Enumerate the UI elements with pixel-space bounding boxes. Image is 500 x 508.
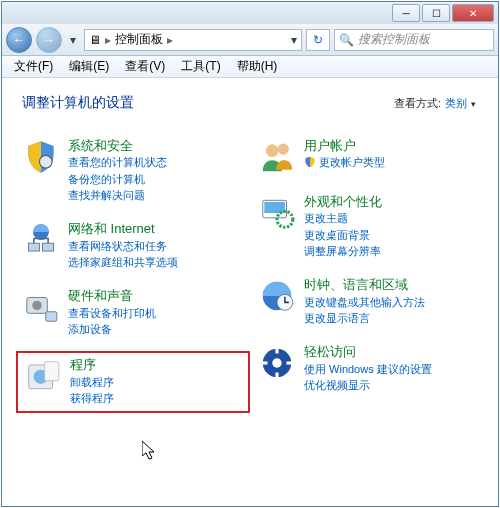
category-text: 用户帐户 更改帐户类型 — [304, 138, 385, 176]
category-title[interactable]: 轻松访问 — [304, 344, 432, 360]
category-sublink[interactable]: 更改显示语言 — [304, 311, 425, 326]
category-icon — [22, 221, 60, 259]
left-column: 系统和安全查看您的计算机状态备份您的计算机查找并解决问题网络和 Internet… — [22, 138, 244, 409]
category-title[interactable]: 时钟、语言和区域 — [304, 277, 425, 293]
right-column: 用户帐户 更改帐户类型外观和个性化更改主题更改桌面背景调整屏幕分辨率时钟、语言和… — [258, 138, 480, 409]
category-sublink[interactable]: 查看设备和打印机 — [68, 306, 156, 321]
menu-item[interactable]: 文件(F) — [8, 56, 59, 77]
search-icon: 🔍 — [339, 33, 354, 47]
category-title[interactable]: 外观和个性化 — [304, 194, 382, 210]
category-title[interactable]: 用户帐户 — [304, 138, 385, 154]
category-title[interactable]: 硬件和声音 — [68, 288, 156, 304]
breadcrumb-after[interactable]: ▸ — [167, 33, 173, 47]
view-dropdown-icon[interactable]: ▾ — [471, 99, 476, 109]
category-icon — [258, 194, 296, 232]
category-text: 网络和 Internet查看网络状态和任务选择家庭组和共享选项 — [68, 221, 178, 270]
menu-bar: 文件(F)编辑(E)查看(V)工具(T)帮助(H) — [2, 56, 498, 78]
forward-button[interactable]: → — [36, 27, 62, 53]
search-input[interactable]: 🔍 搜索控制面板 — [334, 29, 494, 51]
category-item: 程序卸载程序获得程序 — [16, 351, 250, 412]
category-sublink[interactable]: 更改桌面背景 — [304, 228, 382, 243]
address-root-icon: 🖥 — [89, 33, 101, 47]
category-text: 外观和个性化更改主题更改桌面背景调整屏幕分辨率 — [304, 194, 382, 259]
category-item: 外观和个性化更改主题更改桌面背景调整屏幕分辨率 — [258, 194, 480, 259]
address-bar[interactable]: 🖥 ▸ 控制面板 ▸ ▾ — [84, 29, 302, 51]
category-title[interactable]: 程序 — [70, 357, 114, 373]
category-sublink[interactable]: 更改键盘或其他输入方法 — [304, 295, 425, 310]
mouse-cursor-icon — [142, 441, 160, 463]
category-text: 系统和安全查看您的计算机状态备份您的计算机查找并解决问题 — [68, 138, 167, 203]
category-sublink[interactable]: 选择家庭组和共享选项 — [68, 255, 178, 270]
category-sublink[interactable]: 查看您的计算机状态 — [68, 155, 167, 170]
category-item: 硬件和声音查看设备和打印机添加设备 — [22, 288, 244, 337]
category-title[interactable]: 网络和 Internet — [68, 221, 178, 237]
history-dropdown[interactable]: ▾ — [66, 30, 80, 50]
category-sublink[interactable]: 使用 Windows 建议的设置 — [304, 362, 432, 377]
category-sublink[interactable]: 优化视频显示 — [304, 378, 432, 393]
category-text: 轻松访问使用 Windows 建议的设置优化视频显示 — [304, 344, 432, 393]
search-placeholder: 搜索控制面板 — [358, 31, 430, 48]
maximize-button[interactable]: ☐ — [422, 4, 450, 22]
category-item: 轻松访问使用 Windows 建议的设置优化视频显示 — [258, 344, 480, 393]
back-button[interactable]: ← — [6, 27, 32, 53]
category-icon — [258, 138, 296, 176]
category-icon — [258, 277, 296, 315]
breadcrumb-sep[interactable]: ▸ — [105, 33, 111, 47]
view-by: 查看方式: 类别 ▾ — [394, 96, 476, 111]
title-bar: ─ ☐ ✕ — [2, 2, 498, 24]
nav-bar: ← → ▾ 🖥 ▸ 控制面板 ▸ ▾ ↻ 🔍 搜索控制面板 — [2, 24, 498, 56]
view-label: 查看方式: — [394, 96, 441, 111]
category-icon — [24, 357, 62, 395]
category-text: 时钟、语言和区域更改键盘或其他输入方法更改显示语言 — [304, 277, 425, 326]
category-title[interactable]: 系统和安全 — [68, 138, 167, 154]
category-icon — [22, 288, 60, 326]
menu-item[interactable]: 帮助(H) — [231, 56, 284, 77]
refresh-button[interactable]: ↻ — [306, 29, 330, 51]
close-button[interactable]: ✕ — [452, 4, 494, 22]
content-area: 调整计算机的设置 查看方式: 类别 ▾ 系统和安全查看您的计算机状态备份您的计算… — [2, 78, 498, 506]
category-item: 系统和安全查看您的计算机状态备份您的计算机查找并解决问题 — [22, 138, 244, 203]
menu-item[interactable]: 编辑(E) — [63, 56, 115, 77]
category-sublink[interactable]: 添加设备 — [68, 322, 156, 337]
category-text: 程序卸载程序获得程序 — [70, 357, 114, 406]
category-sublink[interactable]: 查找并解决问题 — [68, 188, 167, 203]
category-sublink[interactable]: 备份您的计算机 — [68, 172, 167, 187]
svg-marker-0 — [142, 441, 154, 459]
category-item: 网络和 Internet查看网络状态和任务选择家庭组和共享选项 — [22, 221, 244, 270]
category-icon — [258, 344, 296, 382]
category-sublink[interactable]: 更改帐户类型 — [304, 155, 385, 170]
minimize-button[interactable]: ─ — [392, 4, 420, 22]
window-frame: ─ ☐ ✕ ← → ▾ 🖥 ▸ 控制面板 ▸ ▾ ↻ 🔍 搜索控制面板 文件(F… — [1, 1, 499, 507]
category-sublink[interactable]: 调整屏幕分辨率 — [304, 244, 382, 259]
breadcrumb-current[interactable]: 控制面板 — [115, 31, 163, 48]
category-sublink[interactable]: 卸载程序 — [70, 375, 114, 390]
menu-item[interactable]: 查看(V) — [119, 56, 171, 77]
category-icon — [22, 138, 60, 176]
category-text: 硬件和声音查看设备和打印机添加设备 — [68, 288, 156, 337]
category-item: 时钟、语言和区域更改键盘或其他输入方法更改显示语言 — [258, 277, 480, 326]
view-value[interactable]: 类别 — [445, 96, 467, 111]
category-sublink[interactable]: 查看网络状态和任务 — [68, 239, 178, 254]
category-sublink[interactable]: 获得程序 — [70, 391, 114, 406]
menu-item[interactable]: 工具(T) — [175, 56, 226, 77]
category-item: 用户帐户 更改帐户类型 — [258, 138, 480, 176]
category-sublink[interactable]: 更改主题 — [304, 211, 382, 226]
address-dropdown[interactable]: ▾ — [291, 33, 297, 47]
